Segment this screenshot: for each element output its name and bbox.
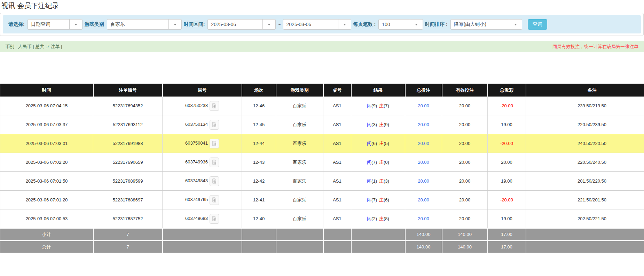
- player-result-score: (3): [371, 122, 377, 127]
- chevron-down-icon: [514, 24, 517, 25]
- total-label: 总计: [0, 241, 93, 253]
- date-to-select[interactable]: 2025-03-06: [283, 19, 351, 30]
- total-bet-link[interactable]: 20.00: [418, 103, 429, 108]
- time-order-dropdown-button[interactable]: [509, 20, 522, 29]
- col-header-bet-id: 注单编号: [93, 84, 163, 97]
- currency-summary-text: 币别 : 人民币 | 总共 :7 注单 |: [5, 44, 62, 50]
- table-number-cell: AS1: [323, 209, 351, 229]
- player-result-label: 闲: [367, 103, 371, 108]
- bet-record-row[interactable]: 2025-03-06 07:01:20 522317688697 6037497…: [0, 191, 644, 209]
- game-category-cell: 百家乐: [276, 191, 323, 209]
- total-empty-cell: [323, 241, 351, 253]
- player-result-score: (7): [371, 160, 377, 165]
- table-number-cell: AS1: [323, 153, 351, 172]
- payout-cell: -20.00: [488, 134, 526, 153]
- total-total-bet: 140.00: [405, 241, 442, 253]
- col-header-total-bet: 总投注: [405, 84, 442, 97]
- table-number-cell: AS1: [323, 172, 351, 191]
- valid-bet-notice-text: 同局有效投注，统一计算在该局第一张注单: [552, 44, 638, 50]
- round-id-cell: 603750238: [163, 97, 242, 115]
- banker-result-label: 庄: [379, 197, 384, 202]
- video-replay-icon[interactable]: [210, 214, 219, 224]
- valid-bet-cell: 20.00: [442, 97, 488, 115]
- bet-time-cell: 2025-03-06 07:01:50: [0, 172, 93, 191]
- result-cell: 闲(6)庄(5): [351, 134, 405, 153]
- date-from-select[interactable]: 2025-03-06: [207, 19, 276, 30]
- time-order-value: 降幂(由大到小): [451, 20, 509, 29]
- valid-bet-cell: 20.00: [442, 209, 488, 229]
- time-order-label: 时间排序 :: [425, 21, 448, 28]
- player-result-label: 闲: [367, 141, 371, 146]
- round-id-text: 603749765: [185, 197, 208, 202]
- filter-panel: 请选择: 日期查询 游戏类别 百家乐 时间区间: 2025-03-06 ~ 20…: [0, 13, 644, 36]
- player-result-label: 闲: [367, 160, 371, 165]
- banker-result-score: (7): [384, 103, 389, 108]
- game-category-cell: 百家乐: [276, 209, 323, 229]
- video-replay-icon[interactable]: [210, 139, 219, 148]
- payout-cell: -20.00: [488, 97, 526, 115]
- bet-record-row[interactable]: 2025-03-06 07:03:01 522317691988 6037500…: [0, 134, 644, 153]
- video-replay-icon[interactable]: [210, 101, 219, 111]
- bet-record-row[interactable]: 2025-03-06 07:04:15 522317694352 6037502…: [0, 97, 644, 115]
- total-empty-cell: [163, 241, 242, 253]
- bet-record-row[interactable]: 2025-03-06 07:03:37 522317693112 6037501…: [0, 115, 644, 134]
- remark-cell: 240.50/220.50: [526, 134, 644, 153]
- bet-time-cell: 2025-03-06 07:04:15: [0, 97, 93, 115]
- bet-record-row[interactable]: 2025-03-06 07:02:20 522317690659 6037499…: [0, 153, 644, 172]
- table-number-cell: AS1: [323, 97, 351, 115]
- total-bet-link[interactable]: 20.00: [418, 197, 429, 202]
- table-header: 时间 注单编号 局号 场次 游戏类别 桌号 结果 总投注 有效投注 总派彩 备注: [0, 84, 644, 97]
- col-header-result: 结果: [351, 84, 405, 97]
- video-replay-icon[interactable]: [210, 176, 219, 186]
- date-to-dropdown-button[interactable]: [338, 20, 351, 29]
- col-header-time: 时间: [0, 84, 93, 97]
- game-category-dropdown-button[interactable]: [168, 20, 181, 29]
- result-cell: 闲(1)庄(3): [351, 172, 405, 191]
- valid-bet-cell: 20.00: [442, 191, 488, 209]
- video-replay-icon[interactable]: [210, 195, 219, 205]
- total-bet-cell: 20.00: [405, 209, 442, 229]
- total-bet-cell: 20.00: [405, 97, 442, 115]
- page-size-value: 100: [379, 20, 410, 29]
- total-empty-cell: [351, 241, 405, 253]
- game-category-label: 游戏类别: [85, 21, 104, 28]
- query-button[interactable]: 查询: [528, 19, 547, 30]
- query-type-value: 日期查询: [28, 20, 69, 29]
- col-header-remark: 备注: [526, 84, 644, 97]
- banker-result-score: (8): [384, 216, 389, 221]
- bet-id-cell: 522317688697: [93, 191, 163, 209]
- total-bet-cell: 20.00: [405, 134, 442, 153]
- player-result-label: 闲: [367, 216, 371, 221]
- page-size-dropdown-button[interactable]: [410, 20, 423, 29]
- video-replay-icon[interactable]: [210, 120, 219, 130]
- game-category-cell: 百家乐: [276, 115, 323, 134]
- time-order-select[interactable]: 降幂(由大到小): [450, 19, 522, 30]
- bet-record-row[interactable]: 2025-03-06 07:01:50 522317689599 6037498…: [0, 172, 644, 191]
- chevron-down-icon: [174, 24, 176, 25]
- table-body: 2025-03-06 07:04:15 522317694352 6037502…: [0, 97, 644, 228]
- game-category-select[interactable]: 百家乐: [107, 19, 182, 30]
- query-type-dropdown-button[interactable]: [69, 20, 82, 29]
- valid-bet-cell: 20.00: [442, 134, 488, 153]
- page-size-select[interactable]: 100: [378, 19, 423, 30]
- player-result-label: 闲: [367, 178, 371, 184]
- total-bet-link[interactable]: 20.00: [418, 122, 429, 127]
- video-replay-icon[interactable]: [210, 158, 219, 167]
- banker-result-score: (9): [384, 122, 389, 127]
- subtotal-empty-cell: [351, 228, 405, 241]
- valid-bet-cell: 20.00: [442, 172, 488, 191]
- total-bet-link[interactable]: 20.00: [418, 178, 429, 184]
- query-type-select[interactable]: 日期查询: [28, 19, 83, 30]
- filter-bar: 请选择: 日期查询 游戏类别 百家乐 时间区间: 2025-03-06 ~ 20…: [3, 15, 641, 33]
- total-bet-link[interactable]: 20.00: [418, 216, 429, 221]
- date-from-dropdown-button[interactable]: [262, 20, 275, 29]
- bet-record-row[interactable]: 2025-03-06 07:00:53 522317687752 6037496…: [0, 209, 644, 229]
- total-bet-link[interactable]: 20.00: [418, 160, 429, 165]
- round-id-cell: 603750041: [163, 134, 242, 153]
- session-cell: 12-42: [242, 172, 276, 191]
- result-cell: 闲(3)庄(9): [351, 115, 405, 134]
- remark-cell: 221.50/201.50: [526, 191, 644, 209]
- total-empty-cell: [526, 241, 644, 253]
- total-bet-link[interactable]: 20.00: [418, 141, 429, 146]
- total-bet-cell: 20.00: [405, 153, 442, 172]
